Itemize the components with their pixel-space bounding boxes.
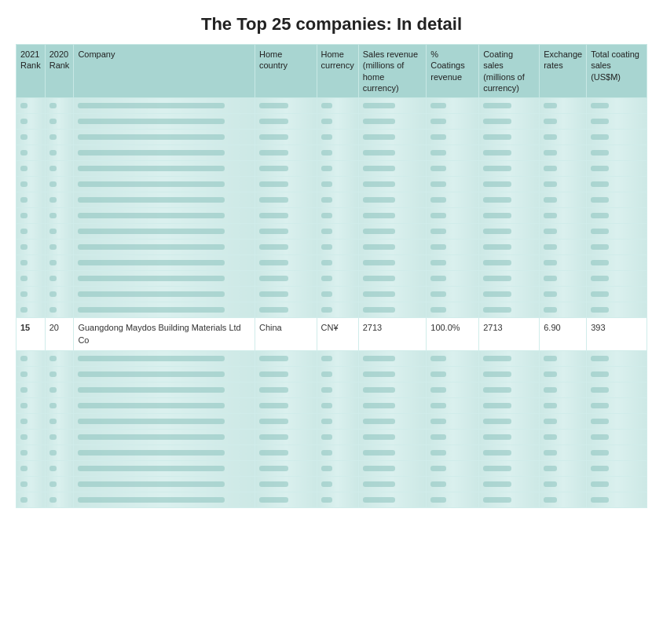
table-row [16, 445, 647, 460]
table-row [16, 208, 647, 224]
table-row [16, 287, 647, 302]
col-rank2021: 2021Rank [16, 45, 46, 98]
table-row [16, 145, 647, 161]
table-header-row: 2021Rank 2020Rank Company Home country H… [16, 45, 647, 98]
table-row [16, 397, 647, 413]
table-row [16, 130, 647, 145]
table-row [16, 224, 647, 240]
table-row [16, 161, 647, 177]
table-row [16, 476, 647, 492]
table-row [16, 492, 647, 507]
cell-home_country: China [255, 318, 317, 351]
table-row [16, 382, 647, 397]
cell-rank2020: 20 [45, 318, 74, 351]
cell-coating_sales: 2713 [479, 318, 540, 351]
table-row [16, 460, 647, 476]
table-row [16, 240, 647, 255]
cell-sales_revenue: 2713 [358, 318, 427, 351]
cell-pct_coatings: 100.0% [427, 318, 479, 351]
col-coating-sales: Coating sales(millions ofcurrency) [479, 45, 540, 98]
page-title: The Top 25 companies: In detail [0, 0, 663, 44]
table-row [16, 114, 647, 130]
col-company: Company [74, 45, 255, 98]
table-row [16, 255, 647, 271]
companies-table: 2021Rank 2020Rank Company Home country H… [16, 44, 647, 508]
col-home-country: Home country [255, 45, 317, 98]
table-row [16, 302, 647, 318]
cell-rank2021: 15 [16, 318, 46, 351]
cell-company: Guangdong Maydos Building Materials Ltd … [74, 318, 255, 351]
table-row [16, 366, 647, 382]
table-row [16, 192, 647, 208]
cell-home_currency: CN¥ [317, 318, 358, 351]
col-total-coating: Total coatingsales (US$M) [587, 45, 647, 98]
table-row [16, 350, 647, 366]
col-pct-coatings: % Coatingsrevenue [427, 45, 479, 98]
cell-total_coating: 393 [587, 318, 647, 351]
table-row [16, 98, 647, 114]
table-row [16, 413, 647, 429]
table-row [16, 271, 647, 287]
col-exchange-rates: Exchangerates [540, 45, 587, 98]
highlighted-row: 1520Guangdong Maydos Building Materials … [16, 318, 647, 351]
col-rank2020: 2020Rank [45, 45, 74, 98]
table-row [16, 177, 647, 192]
cell-exchange_rates: 6.90 [540, 318, 587, 351]
col-home-currency: Homecurrency [317, 45, 358, 98]
table-wrapper: 2021Rank 2020Rank Company Home country H… [0, 44, 663, 524]
table-row [16, 429, 647, 445]
col-sales-revenue: Sales revenue(millions ofhome currency) [358, 45, 427, 98]
